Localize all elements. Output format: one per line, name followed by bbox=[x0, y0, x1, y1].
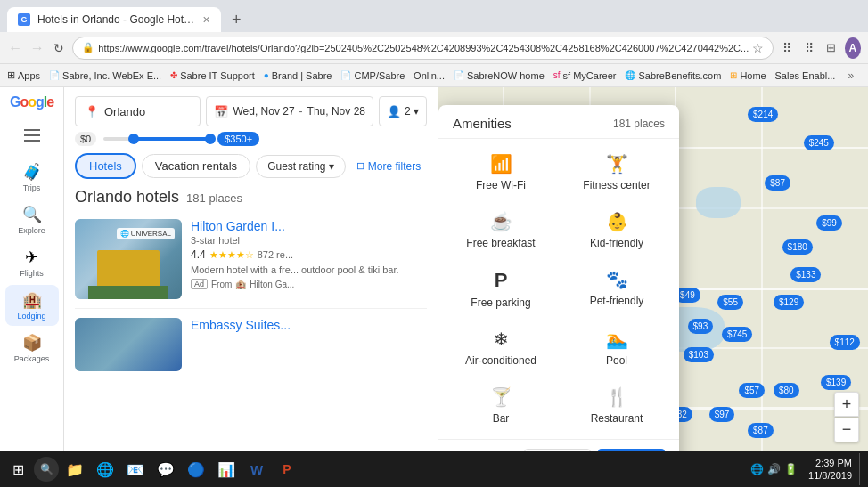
price-range-track[interactable] bbox=[103, 137, 210, 141]
bookmark-sabre-it[interactable]: ✤ Sabre IT Support bbox=[170, 70, 255, 81]
map-pin-745[interactable]: $745 bbox=[722, 327, 752, 342]
tab-close-icon[interactable]: ✕ bbox=[202, 14, 210, 26]
sidebar-menu-icon[interactable] bbox=[16, 119, 48, 151]
amenity-breakfast[interactable]: ☕ Free breakfast bbox=[444, 202, 558, 258]
amenity-kid[interactable]: 👶 Kid-friendly bbox=[560, 202, 674, 258]
map-pin-245[interactable]: $245 bbox=[804, 135, 834, 150]
zoom-in-button[interactable]: + bbox=[834, 392, 859, 417]
amenity-fitness[interactable]: 🏋 Fitness center bbox=[560, 144, 674, 200]
map-pin-99[interactable]: $99 bbox=[816, 215, 842, 231]
hotel-cards-list: 🌐 UNIVERSAL Hilton Garden I... 3-star ho… bbox=[64, 210, 438, 487]
map-pin-57[interactable]: $57 bbox=[739, 383, 765, 398]
amenity-restaurant[interactable]: 🍴 Restaurant bbox=[560, 377, 674, 434]
windows-icon[interactable]: ⊞ bbox=[823, 37, 839, 59]
map-pin-112[interactable]: $112 bbox=[830, 335, 860, 350]
price-thumb-left[interactable] bbox=[128, 134, 139, 144]
battery-icon[interactable]: 🔋 bbox=[784, 463, 798, 475]
profile-avatar[interactable]: A bbox=[845, 37, 861, 59]
map-pin-87b[interactable]: $87 bbox=[748, 423, 774, 438]
parking-icon: P bbox=[495, 269, 508, 292]
flights-label: Flights bbox=[20, 269, 44, 278]
map-pin-55[interactable]: $55 bbox=[717, 295, 743, 310]
map-pin-97[interactable]: $97 bbox=[709, 407, 735, 422]
map-pin-80[interactable]: $80 bbox=[774, 383, 799, 398]
amenity-bar[interactable]: 🍸 Bar bbox=[444, 377, 558, 434]
back-button[interactable]: ← bbox=[7, 37, 23, 59]
map-pin-103[interactable]: $103 bbox=[684, 347, 714, 362]
guests-picker[interactable]: 👤 2 ▾ bbox=[379, 96, 427, 126]
sidebar-item-lodging[interactable]: 🏨 Lodging bbox=[5, 285, 59, 326]
hotel-image-2 bbox=[75, 318, 182, 371]
map-pin-180[interactable]: $180 bbox=[782, 239, 813, 255]
taskbar-app-file[interactable]: 📁 bbox=[61, 455, 89, 483]
zoom-out-button[interactable]: − bbox=[834, 418, 859, 442]
amenity-pool[interactable]: 🏊 Pool bbox=[560, 320, 674, 376]
taskbar-app-chrome[interactable]: 🔵 bbox=[182, 455, 210, 483]
tab-favicon: G bbox=[18, 13, 30, 26]
wifi-label: Free Wi-Fi bbox=[476, 179, 526, 191]
more-filters-button[interactable]: ⊟ More filters bbox=[351, 156, 426, 177]
amenity-wifi[interactable]: 📶 Free Wi-Fi bbox=[444, 144, 558, 200]
bookmarks-overflow[interactable]: » bbox=[848, 69, 854, 82]
bookmark-sabrebenfits[interactable]: 🌐 SabreBenefits.com bbox=[625, 70, 721, 81]
sidebar-item-explore[interactable]: 🔍 Explore bbox=[5, 199, 59, 240]
search-button[interactable]: 🔍 bbox=[34, 457, 59, 482]
filter-tab-vacation[interactable]: Vacation rentals bbox=[142, 154, 250, 178]
sidebar-item-trips[interactable]: 🧳 Trips bbox=[5, 157, 59, 198]
google-sidebar: Google 🧳 Trips 🔍 Explore ✈ Flights 🏨 bbox=[0, 87, 64, 487]
map-pin-139[interactable]: $139 bbox=[821, 375, 851, 390]
show-desktop-button[interactable] bbox=[859, 453, 864, 485]
filter-chip-rating[interactable]: Guest rating ▾ bbox=[256, 155, 346, 178]
bookmark-home[interactable]: ⊞ Home - Sales Enabl... bbox=[730, 70, 835, 81]
ad-badge: Ad bbox=[191, 279, 208, 289]
taskbar-app-teams[interactable]: 💬 bbox=[151, 455, 180, 483]
bookmark-mycareer[interactable]: sf sf MyCareer bbox=[553, 70, 617, 81]
bookmark-sabre-now[interactable]: 📄 SabreNOW home bbox=[454, 70, 545, 81]
amenity-ac[interactable]: ❄ Air-conditioned bbox=[444, 320, 558, 376]
star-icon[interactable]: ☆ bbox=[752, 41, 764, 55]
taskbar-app-powerpoint[interactable]: P bbox=[273, 455, 301, 483]
bookmark-cmp[interactable]: 📄 CMP/Sabre - Onlin... bbox=[340, 70, 444, 81]
taskbar-app-excel[interactable]: 📊 bbox=[212, 455, 241, 483]
map-pin-87[interactable]: $87 bbox=[765, 175, 790, 191]
start-button[interactable]: ⊞ bbox=[4, 455, 32, 483]
map-pin-129[interactable]: $129 bbox=[774, 295, 804, 310]
amenity-pet[interactable]: 🐾 Pet-friendly bbox=[560, 260, 674, 318]
bookmark-sabre-webex[interactable]: 📄 Sabre, Inc. WebEx E... bbox=[49, 70, 161, 81]
from-label: From bbox=[211, 280, 232, 289]
bookmark-brand[interactable]: ● Brand | Sabre bbox=[264, 70, 332, 81]
extensions-icon[interactable]: ⠿ bbox=[779, 37, 795, 59]
new-tab-button[interactable]: + bbox=[225, 7, 249, 32]
hotel-card-2[interactable]: Embassy Suites... bbox=[75, 309, 427, 380]
hotel-card[interactable]: 🌐 UNIVERSAL Hilton Garden I... 3-star ho… bbox=[75, 210, 427, 309]
map-pin-93[interactable]: $93 bbox=[688, 319, 714, 334]
taskbar-app-word[interactable]: W bbox=[242, 455, 271, 483]
bookmark-apps[interactable]: ⊞ Apps bbox=[7, 69, 40, 81]
sidebar-item-packages[interactable]: 📦 Packages bbox=[5, 328, 59, 369]
map-pin-133[interactable]: $133 bbox=[790, 267, 821, 282]
kid-label: Kid-friendly bbox=[590, 237, 643, 249]
filter-tab-hotels[interactable]: Hotels bbox=[75, 153, 136, 179]
price-thumb-right[interactable] bbox=[205, 134, 216, 144]
address-bar[interactable]: 🔒 https://www.google.com/travel/hotels/O… bbox=[72, 37, 774, 60]
network-icon[interactable]: 🌐 bbox=[750, 463, 764, 475]
location-text: Orlando bbox=[104, 105, 145, 118]
taskbar-app-edge[interactable]: 🌐 bbox=[91, 455, 119, 483]
hotel-name: Hilton Garden I... bbox=[191, 219, 427, 233]
amenity-parking[interactable]: P Free parking bbox=[444, 260, 558, 318]
date-picker[interactable]: 📅 Wed, Nov 27 - Thu, Nov 28 bbox=[206, 96, 373, 126]
browser-menu-icon[interactable]: ⠿ bbox=[801, 37, 817, 59]
reload-button[interactable]: ↻ bbox=[51, 37, 67, 59]
taskbar-app-outlook[interactable]: 📧 bbox=[121, 455, 150, 483]
volume-icon[interactable]: 🔊 bbox=[767, 463, 781, 475]
lodging-icon: 🏨 bbox=[22, 290, 42, 310]
sidebar-item-flights[interactable]: ✈ Flights bbox=[5, 242, 59, 283]
taskbar-clock[interactable]: 2:39 PM 11/8/2019 bbox=[803, 457, 857, 483]
price-max-label: $350+ bbox=[217, 132, 259, 146]
results-header: Orlando hotels 181 places bbox=[64, 183, 438, 210]
trips-icon: 🧳 bbox=[22, 162, 42, 182]
map-pin-214[interactable]: $214 bbox=[748, 107, 778, 122]
active-tab[interactable]: G Hotels in Orlando - Google Hote... ✕ bbox=[7, 7, 221, 32]
forward-button[interactable]: → bbox=[29, 37, 45, 59]
location-input[interactable]: 📍 Orlando bbox=[75, 96, 201, 126]
